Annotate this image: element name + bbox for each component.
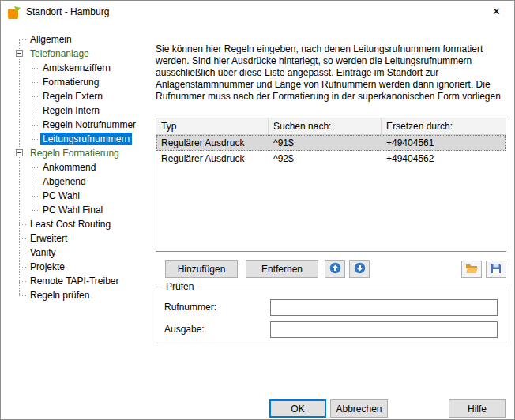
column-header-suchen-nach[interactable]: Suchen nach: (269, 118, 382, 134)
rules-table-body[interactable]: Regulärer Ausdruck ^91$ +49404561 Regulä… (156, 135, 506, 251)
move-up-button[interactable] (325, 260, 345, 278)
pruefen-groupbox: Prüfen Rufnummer: Ausgabe: (156, 287, 506, 343)
window-title: Standort - Hamburg (26, 1, 109, 23)
rufnummer-input[interactable] (270, 299, 498, 316)
tree-item-projekte[interactable]: Projekte (9, 260, 152, 274)
table-row[interactable]: Regulärer Ausdruck ^92$ +49404562 (156, 151, 506, 167)
cell-suchen-nach: ^92$ (269, 153, 382, 164)
tree-item-formatierung[interactable]: Formatierung (9, 75, 152, 89)
load-rules-button[interactable] (461, 261, 482, 278)
move-down-button[interactable] (349, 260, 370, 278)
app-icon (7, 6, 21, 20)
groupbox-title: Prüfen (163, 281, 197, 292)
save-disk-icon (491, 263, 502, 276)
tree-item-abgehend[interactable]: Abgehend (9, 174, 152, 189)
tree-item-ankommend[interactable]: Ankommend (9, 160, 152, 174)
tree-item-regeln-pruefen[interactable]: Regeln prüfen (9, 288, 152, 302)
rules-table: Typ Suchen nach: Ersetzen durch: Regulär… (156, 118, 506, 252)
close-button[interactable]: ✕ (479, 1, 514, 23)
tree-item-vanity[interactable]: Vanity (9, 246, 152, 260)
table-header: Typ Suchen nach: Ersetzen durch: (156, 118, 506, 135)
arrow-down-circle-icon (354, 262, 366, 276)
dialog-window: Standort - Hamburg ✕ Allgemein Telefonan… (0, 0, 515, 420)
column-header-ersetzen-durch[interactable]: Ersetzen durch: (382, 118, 506, 134)
tree-item-remote-tapi-treiber[interactable]: Remote TAPI-Treiber (9, 274, 152, 288)
table-row[interactable]: Regulärer Ausdruck ^91$ +49404561 (156, 135, 506, 151)
tree-item-erweitert[interactable]: Erweitert (9, 231, 152, 246)
tree-item-pc-wahl[interactable]: PC Wahl (9, 189, 152, 203)
open-folder-icon (465, 263, 479, 276)
cell-ersetzen-durch: +49404562 (382, 153, 506, 164)
rufnummer-label: Rufnummer: (164, 302, 270, 313)
tree-item-least-cost-routing[interactable]: Least Cost Routing (9, 217, 152, 231)
settings-tree: Allgemein Telefonanlage Amtskennziffern … (9, 32, 152, 309)
collapse-icon[interactable] (16, 50, 23, 57)
title-bar[interactable]: Standort - Hamburg ✕ (1, 1, 514, 23)
help-button[interactable]: Hilfe (449, 399, 506, 418)
cell-ersetzen-durch: +49404561 (382, 137, 506, 148)
ok-button[interactable]: OK (269, 399, 326, 418)
ausgabe-input[interactable] (270, 321, 498, 338)
remove-button[interactable]: Entfernen (246, 260, 318, 278)
cancel-button[interactable]: Abbrechen (330, 399, 388, 418)
tree-item-amtskennziffern[interactable]: Amtskennziffern (9, 61, 152, 75)
tree-item-regeln-notrufnummer[interactable]: Regeln Notrufnummer (9, 118, 152, 132)
tree-item-regeln-formatierung[interactable]: Regeln Formatierung (9, 146, 152, 160)
tree-item-allgemein[interactable]: Allgemein (9, 32, 152, 47)
column-header-typ[interactable]: Typ (156, 118, 269, 134)
tree-item-telefonanlage[interactable]: Telefonanlage (9, 47, 152, 61)
tree-item-leitungsrufnummern[interactable]: Leitungsrufnummern (9, 132, 152, 146)
collapse-icon[interactable] (16, 149, 23, 156)
tree-item-regeln-intern[interactable]: Regeln Intern (9, 103, 152, 118)
cell-typ: Regulärer Ausdruck (156, 137, 269, 148)
page-description: Sie können hier Regeln eingeben, nach de… (156, 43, 506, 103)
add-button[interactable]: Hinzufügen (165, 260, 238, 278)
cell-suchen-nach: ^91$ (269, 137, 382, 148)
arrow-up-circle-icon (329, 262, 341, 276)
tree-item-pc-wahl-final[interactable]: PC Wahl Final (9, 203, 152, 217)
ausgabe-label: Ausgabe: (164, 324, 270, 335)
save-rules-button[interactable] (486, 261, 506, 278)
tree-item-regeln-extern[interactable]: Regeln Extern (9, 89, 152, 103)
cell-typ: Regulärer Ausdruck (156, 153, 269, 164)
